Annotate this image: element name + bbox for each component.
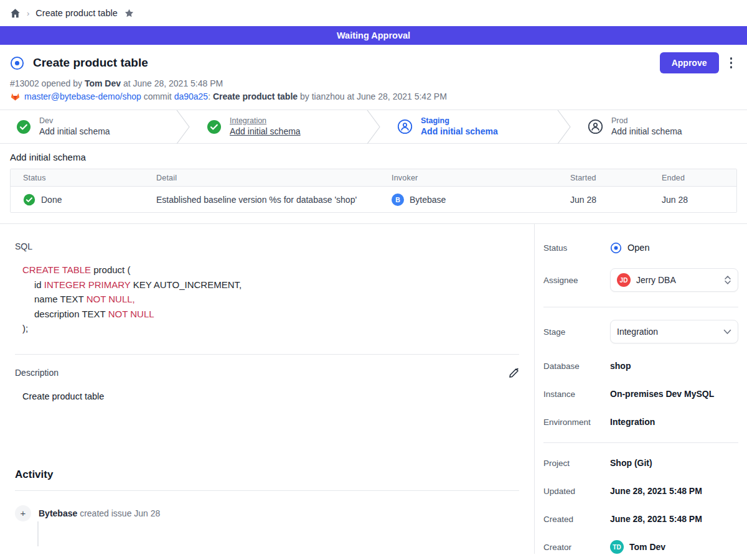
updated-label: Updated — [543, 487, 610, 496]
project-value: Shop (Git) — [610, 458, 652, 468]
task-table: Status Detail Invoker Started Ended Done… — [10, 169, 737, 213]
description-label: Description — [15, 368, 509, 378]
stage-env-label: Integration — [230, 116, 301, 126]
stage-label: Stage — [543, 327, 610, 337]
divider — [543, 442, 738, 443]
created-value: June 28, 2021 5:48 PM — [610, 514, 702, 524]
pipeline-bar: Dev Add initial schema Integration Add i… — [0, 110, 747, 144]
page-title: Create product table — [33, 56, 148, 70]
issue-author: Tom Dev — [85, 78, 121, 88]
breadcrumb-bar: › Create product table — [0, 0, 747, 26]
stage-select[interactable]: Integration — [610, 320, 738, 343]
divider — [15, 490, 519, 491]
issue-header: Create product table Approve #13002 open… — [0, 45, 747, 110]
instance-value: On-premises Dev MySQL — [610, 389, 714, 399]
stage-row: Stage Integration — [543, 320, 738, 343]
task-done-icon — [23, 194, 35, 206]
gitlab-icon — [10, 91, 21, 101]
project-label: Project — [543, 459, 610, 468]
task-table-header: Status Detail Invoker Started Ended — [11, 169, 736, 187]
updated-row: Updated June 28, 2021 5:48 PM — [543, 483, 738, 498]
home-icon[interactable] — [10, 8, 21, 19]
assignee-avatar: JD — [617, 273, 631, 287]
stage-done-icon — [207, 119, 222, 134]
creator-value: Tom Dev — [629, 542, 665, 552]
task-detail: Established baseline version %s for data… — [156, 195, 392, 205]
stage-pending-approval-icon — [588, 119, 603, 134]
stage-task-label: Add initial schema — [611, 126, 682, 138]
commit-line: master@bytebase-demo/shop commit da90a25… — [10, 91, 737, 101]
task-status: Done — [41, 195, 62, 205]
database-label: Database — [543, 362, 610, 371]
issue-detail-panel: SQL CREATE TABLE product ( id INTEGER PR… — [0, 224, 534, 554]
activity-actor: Bytebase — [39, 508, 77, 518]
assignee-row: Assignee JD Jerry DBA — [543, 268, 738, 292]
assignee-label: Assignee — [543, 276, 610, 285]
stage-value: Integration — [617, 327, 718, 337]
stage-separator-icon — [557, 110, 571, 144]
task-invoker: Bytebase — [410, 195, 446, 205]
commit-hash-link[interactable]: da90a25 — [174, 91, 209, 101]
sql-label: SQL — [15, 241, 519, 251]
invoker-avatar: B — [392, 194, 404, 206]
database-row: Database shop — [543, 358, 738, 373]
plus-icon: + — [15, 505, 31, 521]
commit-word: commit — [144, 91, 172, 101]
open-status-icon — [610, 242, 622, 254]
activity-item: + Bytebase created issue Jun 28 — [15, 505, 519, 521]
environment-value: Integration — [610, 417, 655, 427]
stage-dev[interactable]: Dev Add initial schema — [0, 110, 176, 143]
task-section-title: Add initial schema — [10, 152, 737, 162]
stage-env-label: Staging — [421, 116, 498, 126]
approve-button[interactable]: Approve — [660, 52, 719, 73]
commit-message: Create product table — [213, 91, 298, 101]
branch-link[interactable]: master@bytebase-demo/shop — [24, 91, 141, 101]
stage-staging[interactable]: Staging Add initial schema — [381, 110, 557, 143]
stage-task-label: Add initial schema — [421, 126, 498, 138]
col-ended: Ended — [662, 174, 736, 182]
instance-label: Instance — [543, 390, 610, 399]
stage-done-icon — [16, 119, 31, 134]
assignee-select[interactable]: JD Jerry DBA — [610, 268, 738, 292]
chevron-down-icon — [723, 329, 731, 335]
col-started: Started — [570, 174, 662, 182]
task-started: Jun 28 — [570, 195, 662, 205]
divider — [15, 354, 519, 355]
status-banner-text: Waiting Approval — [337, 30, 410, 40]
created-row: Created June 28, 2021 5:48 PM — [543, 511, 738, 526]
created-label: Created — [543, 515, 610, 524]
col-status: Status — [11, 174, 156, 182]
stage-env-label: Dev — [39, 116, 110, 126]
description-content: Create product table — [22, 391, 519, 401]
breadcrumb-current[interactable]: Create product table — [35, 8, 117, 18]
sql-statement: CREATE TABLE product ( id INTEGER PRIMAR… — [22, 263, 519, 336]
environment-row: Environment Integration — [543, 414, 738, 429]
issue-open-icon — [10, 56, 24, 70]
assignee-value: Jerry DBA — [636, 275, 718, 285]
stage-task-label: Add initial schema — [230, 126, 301, 138]
issue-open-time: at June 28, 2021 5:48 PM — [123, 78, 223, 88]
status-banner: Waiting Approval — [0, 26, 747, 45]
breadcrumb-separator-icon: › — [27, 9, 29, 18]
timeline-connector — [37, 521, 39, 546]
stage-prod[interactable]: Prod Add initial schema — [571, 110, 747, 143]
creator-avatar: TD — [610, 540, 624, 554]
database-value: shop — [610, 361, 631, 371]
col-detail: Detail — [156, 174, 392, 182]
stage-separator-icon — [176, 110, 190, 144]
commit-author-time: by tianzhou at June 28, 2021 5:42 PM — [300, 91, 447, 101]
activity-title: Activity — [15, 469, 519, 481]
creator-row: Creator TD Tom Dev — [543, 539, 738, 554]
task-ended: Jun 28 — [662, 195, 736, 205]
activity-action: created issue Jun 28 — [80, 508, 160, 518]
more-actions-icon[interactable] — [725, 54, 738, 72]
status-label: Status — [543, 243, 610, 253]
star-icon[interactable] — [124, 8, 134, 19]
stage-integration[interactable]: Integration Add initial schema — [190, 110, 366, 143]
stage-pending-approval-icon — [397, 119, 413, 134]
col-invoker: Invoker — [392, 174, 570, 182]
issue-sidebar: Status Open Assignee JD Jerry DBA Stage … — [534, 224, 747, 554]
table-row[interactable]: Done Established baseline version %s for… — [11, 187, 736, 212]
edit-pencil-icon[interactable] — [509, 368, 519, 378]
stage-env-label: Prod — [611, 116, 682, 126]
